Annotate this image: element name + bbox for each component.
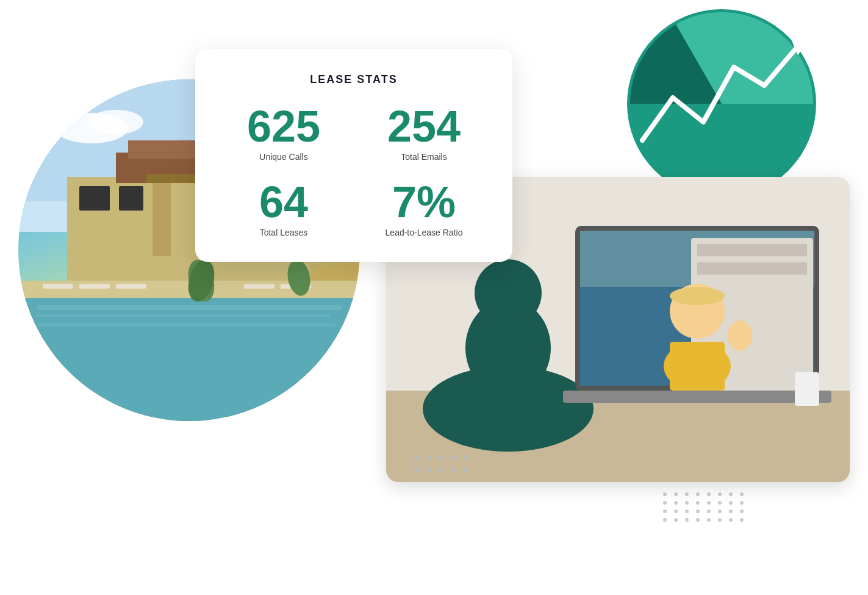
svg-rect-48: [795, 372, 819, 406]
svg-point-49: [414, 455, 419, 460]
svg-rect-41: [697, 262, 807, 275]
total-emails-number: 254: [366, 104, 482, 148]
main-scene: LEASE STATS 625 Unique Calls 254 Total E…: [0, 0, 868, 595]
svg-rect-12: [119, 186, 143, 211]
lead-to-lease-number: 7%: [366, 180, 482, 224]
svg-point-56: [439, 467, 443, 472]
svg-rect-19: [37, 323, 335, 326]
svg-point-54: [414, 467, 419, 472]
svg-rect-18: [37, 314, 329, 317]
svg-rect-20: [43, 284, 73, 289]
svg-rect-40: [697, 244, 807, 256]
svg-point-51: [439, 455, 443, 460]
svg-rect-21: [79, 284, 110, 289]
svg-point-55: [426, 467, 431, 472]
stat-total-emails: 254 Total Emails: [366, 104, 482, 162]
total-emails-label: Total Emails: [366, 152, 482, 162]
total-leases-label: Total Leases: [226, 228, 342, 237]
svg-point-46: [728, 320, 752, 351]
stat-lead-to-lease: 7% Lead-to-Lease Ratio: [366, 180, 482, 237]
svg-point-50: [426, 455, 431, 460]
svg-point-52: [451, 455, 456, 460]
svg-rect-47: [563, 391, 831, 403]
total-leases-number: 64: [226, 180, 342, 224]
stat-unique-calls: 625 Unique Calls: [226, 104, 342, 162]
svg-rect-23: [244, 284, 274, 289]
stat-total-leases: 64 Total Leases: [226, 180, 342, 237]
svg-rect-8: [152, 177, 171, 256]
svg-rect-22: [116, 284, 146, 289]
dots-decoration: [663, 492, 746, 522]
stats-card-title: LEASE STATS: [226, 73, 482, 86]
svg-point-3: [88, 110, 143, 134]
stats-grid: 625 Unique Calls 254 Total Emails 64 Tot…: [226, 104, 482, 237]
chart-circle: [624, 6, 819, 201]
svg-point-57: [451, 467, 456, 472]
svg-point-34: [475, 259, 542, 326]
lead-to-lease-label: Lead-to-Lease Ratio: [366, 228, 482, 237]
svg-point-45: [670, 287, 725, 305]
svg-point-58: [463, 467, 468, 472]
svg-point-53: [463, 455, 468, 460]
unique-calls-label: Unique Calls: [226, 152, 342, 162]
stats-card: LEASE STATS 625 Unique Calls 254 Total E…: [195, 49, 512, 262]
svg-rect-11: [79, 186, 110, 211]
unique-calls-number: 625: [226, 104, 342, 148]
svg-rect-17: [37, 305, 342, 310]
svg-rect-44: [670, 342, 725, 391]
